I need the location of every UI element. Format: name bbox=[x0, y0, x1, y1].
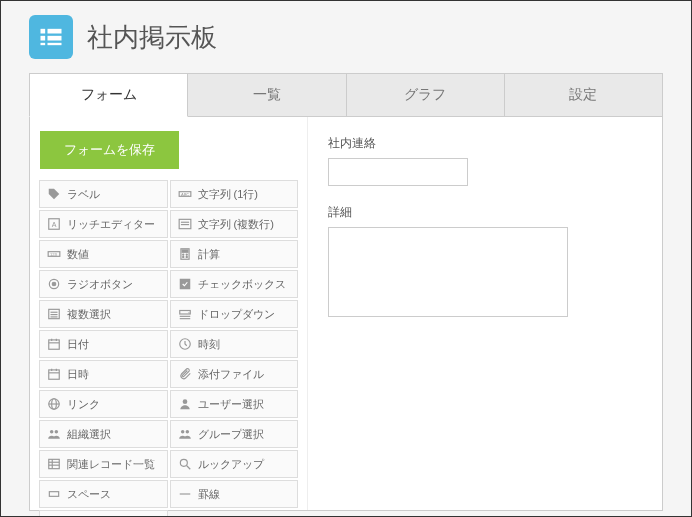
palette-item-text-multi[interactable]: 文字列 (複数行) bbox=[170, 210, 299, 238]
palette-item-calc[interactable]: 計算 bbox=[170, 240, 299, 268]
search-icon bbox=[177, 456, 193, 472]
palette-item-text: 数値 bbox=[67, 247, 89, 262]
svg-point-20 bbox=[186, 256, 187, 257]
palette-item-text: 文字列 (複数行) bbox=[198, 217, 274, 232]
textarea-input[interactable] bbox=[328, 227, 568, 317]
palette-item-group-container[interactable]: グループ bbox=[39, 510, 168, 517]
app-title: 社内掲示板 bbox=[87, 20, 217, 55]
svg-point-18 bbox=[186, 254, 187, 255]
globe-icon bbox=[46, 396, 62, 412]
app-icon bbox=[29, 15, 73, 59]
palette-item-checkbox[interactable]: チェックボックス bbox=[170, 270, 299, 298]
palette-item-text: ラベル bbox=[67, 187, 100, 202]
svg-rect-3 bbox=[48, 36, 62, 41]
svg-rect-4 bbox=[41, 43, 46, 45]
rich-editor-icon: A bbox=[46, 216, 62, 232]
svg-rect-1 bbox=[48, 29, 62, 34]
field-label: 詳細 bbox=[328, 204, 642, 221]
palette-item-radio[interactable]: ラジオボタン bbox=[39, 270, 168, 298]
hr-icon bbox=[177, 486, 193, 502]
palette-item-text: 罫線 bbox=[198, 487, 220, 502]
palette-item-label[interactable]: ラベル bbox=[39, 180, 168, 208]
palette-item-dropdown[interactable]: ドロップダウン bbox=[170, 300, 299, 328]
dropdown-icon bbox=[177, 306, 193, 322]
palette-item-org-select[interactable]: 組織選択 bbox=[39, 420, 168, 448]
svg-rect-0 bbox=[41, 29, 46, 34]
svg-rect-23 bbox=[179, 279, 190, 290]
palette-item-attachment[interactable]: 添付ファイル bbox=[170, 360, 299, 388]
palette-item-text: リッチエディター bbox=[67, 217, 155, 232]
svg-point-17 bbox=[182, 254, 183, 255]
form-field-text[interactable]: 社内連絡 bbox=[328, 135, 642, 186]
palette-item-group-select[interactable]: グループ選択 bbox=[170, 420, 299, 448]
palette-item-datetime[interactable]: 日時 bbox=[39, 360, 168, 388]
save-form-button[interactable]: フォームを保存 bbox=[40, 131, 179, 169]
svg-text:ABC: ABC bbox=[180, 192, 188, 197]
svg-point-52 bbox=[180, 459, 187, 466]
calculator-icon bbox=[177, 246, 193, 262]
palette-item-text: スペース bbox=[67, 487, 111, 502]
palette-item-lookup[interactable]: ルックアップ bbox=[170, 450, 299, 478]
svg-rect-31 bbox=[49, 340, 60, 349]
svg-rect-48 bbox=[49, 459, 60, 468]
radio-icon bbox=[46, 276, 62, 292]
palette-item-text: 日付 bbox=[67, 337, 89, 352]
content: フォームを保存 ラベル ABC 文字列 (1行) A リッチエディター bbox=[29, 117, 663, 511]
calendar-icon bbox=[46, 366, 62, 382]
calendar-icon bbox=[46, 336, 62, 352]
palette-item-spacer[interactable]: スペース bbox=[39, 480, 168, 508]
svg-rect-54 bbox=[49, 492, 58, 497]
header: 社内掲示板 bbox=[1, 1, 691, 73]
paperclip-icon bbox=[177, 366, 193, 382]
palette-item-text: リンク bbox=[67, 397, 100, 412]
tag-icon bbox=[46, 186, 62, 202]
spacer-icon bbox=[46, 486, 62, 502]
form-canvas[interactable]: 社内連絡 詳細 bbox=[308, 117, 662, 510]
palette-item-text-single[interactable]: ABC 文字列 (1行) bbox=[170, 180, 299, 208]
palette-item-text: 関連レコード一覧 bbox=[67, 457, 155, 472]
tab-list[interactable]: 一覧 bbox=[188, 73, 346, 117]
svg-rect-2 bbox=[41, 36, 46, 41]
palette-item-text: ユーザー選択 bbox=[198, 397, 264, 412]
svg-line-53 bbox=[186, 466, 190, 470]
svg-point-45 bbox=[55, 430, 59, 434]
svg-rect-16 bbox=[182, 250, 188, 252]
palette-item-text: 複数選択 bbox=[67, 307, 111, 322]
palette-item-text: 組織選択 bbox=[67, 427, 111, 442]
tab-graph[interactable]: グラフ bbox=[347, 73, 505, 117]
palette-item-text: 計算 bbox=[198, 247, 220, 262]
palette-item-related-records[interactable]: 関連レコード一覧 bbox=[39, 450, 168, 478]
org-icon bbox=[46, 426, 62, 442]
palette-item-text: ルックアップ bbox=[198, 457, 264, 472]
palette-item-text: 時刻 bbox=[198, 337, 220, 352]
clock-icon bbox=[177, 336, 193, 352]
svg-point-43 bbox=[182, 399, 187, 404]
field-label: 社内連絡 bbox=[328, 135, 642, 152]
field-palette: ラベル ABC 文字列 (1行) A リッチエディター 文字列 (複数行) 1 bbox=[38, 179, 299, 517]
svg-rect-5 bbox=[48, 43, 62, 45]
svg-point-19 bbox=[182, 256, 183, 257]
svg-text:A: A bbox=[52, 221, 57, 228]
tab-settings[interactable]: 設定 bbox=[505, 73, 663, 117]
svg-rect-36 bbox=[49, 370, 60, 379]
palette-item-rich-editor[interactable]: A リッチエディター bbox=[39, 210, 168, 238]
palette-item-number[interactable]: 123 数値 bbox=[39, 240, 168, 268]
tab-form[interactable]: フォーム bbox=[29, 73, 188, 117]
svg-rect-28 bbox=[179, 311, 190, 315]
palette-item-date[interactable]: 日付 bbox=[39, 330, 168, 358]
palette-item-multi-select[interactable]: 複数選択 bbox=[39, 300, 168, 328]
user-icon bbox=[177, 396, 193, 412]
text-input[interactable] bbox=[328, 158, 468, 186]
text-multi-icon bbox=[177, 216, 193, 232]
palette-item-text: 添付ファイル bbox=[198, 367, 264, 382]
palette-item-time[interactable]: 時刻 bbox=[170, 330, 299, 358]
form-field-textarea[interactable]: 詳細 bbox=[328, 204, 642, 320]
number-icon: 123 bbox=[46, 246, 62, 262]
multi-select-icon bbox=[46, 306, 62, 322]
svg-point-46 bbox=[180, 430, 184, 434]
palette-item-hr[interactable]: 罫線 bbox=[170, 480, 299, 508]
palette-item-link[interactable]: リンク bbox=[39, 390, 168, 418]
palette-item-user-select[interactable]: ユーザー選択 bbox=[170, 390, 299, 418]
svg-point-22 bbox=[52, 282, 56, 286]
svg-point-44 bbox=[50, 430, 54, 434]
